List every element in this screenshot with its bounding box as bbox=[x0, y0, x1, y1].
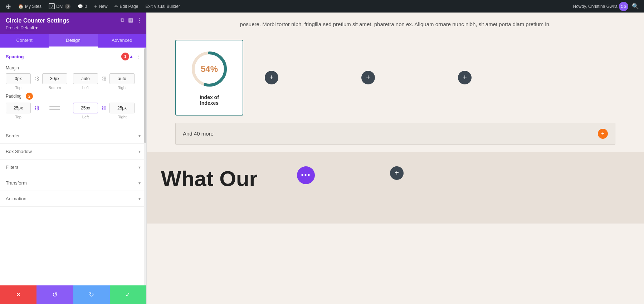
padding-badge: 2 bbox=[26, 93, 33, 100]
filters-section-header[interactable]: Filters ▾ bbox=[0, 160, 146, 175]
border-chevron-icon: ▾ bbox=[138, 133, 141, 138]
redo-icon: ↻ bbox=[89, 291, 94, 299]
edit-page-label: Edit Page bbox=[119, 4, 138, 9]
padding-handle-label bbox=[42, 115, 67, 119]
admin-bar: ⊕ 🏠 My Sites D Divi 0 💬 0 + New ✏ Edit P… bbox=[0, 0, 644, 13]
panel-icons: ⧉ ▦ ⋮ bbox=[121, 17, 142, 23]
margin-bottom-input[interactable] bbox=[42, 73, 67, 84]
page-content-area: posuere. Morbi tortor nibh, fringilla se… bbox=[147, 13, 644, 304]
copy-button[interactable]: ⧉ bbox=[121, 17, 125, 23]
padding-link-icon[interactable]: ⛓ bbox=[32, 103, 41, 113]
my-sites-item[interactable]: 🏠 My Sites bbox=[15, 0, 44, 13]
spacing-badge: 1 bbox=[121, 53, 129, 60]
padding-right-label: Right bbox=[109, 115, 135, 119]
padding-sublabels: Top Left Right bbox=[6, 115, 141, 119]
page-content: posuere. Morbi tortor nibh, fringilla se… bbox=[147, 13, 644, 145]
padding-top-input[interactable] bbox=[6, 103, 31, 113]
dots-menu-button[interactable]: ••• bbox=[297, 166, 315, 184]
add-column-button-1[interactable]: + bbox=[265, 71, 278, 84]
panel-content: Spacing 1 ▲ ⋮ Margin ⛓ ⛓ bbox=[0, 48, 146, 285]
new-label: New bbox=[99, 4, 107, 9]
tab-content-label: Content bbox=[16, 38, 33, 43]
margin-left-input[interactable] bbox=[73, 73, 98, 84]
bottom-section: What Our ••• + bbox=[147, 152, 644, 224]
spacing-title: Spacing bbox=[6, 54, 119, 59]
circle-container: 54% bbox=[190, 49, 229, 89]
layout-button[interactable]: ▦ bbox=[128, 17, 133, 23]
padding-top-label: Top bbox=[6, 115, 31, 119]
search-icon[interactable]: 🔍 bbox=[630, 3, 641, 10]
panel-preset[interactable]: Preset: Default ▾ bbox=[6, 25, 141, 30]
redo-button[interactable]: ↻ bbox=[73, 285, 110, 304]
margin-row: ⛓ ⛓ bbox=[6, 73, 141, 84]
padding-link-icon-2[interactable]: ⛓ bbox=[99, 103, 108, 113]
counter-percentage: 54% bbox=[201, 64, 218, 74]
add-section-button[interactable]: + bbox=[390, 166, 404, 180]
wp-logo-item[interactable]: ⊕ bbox=[3, 0, 14, 13]
tab-advanced[interactable]: Advanced bbox=[98, 34, 146, 48]
exit-vb-item[interactable]: Exit Visual Builder bbox=[142, 0, 183, 13]
undo-button[interactable]: ↺ bbox=[36, 285, 73, 304]
edit-page-item[interactable]: ✏ Edit Page bbox=[112, 0, 141, 13]
pencil-icon: ✏ bbox=[114, 4, 118, 9]
margin-link-icon[interactable]: ⛓ bbox=[32, 73, 41, 84]
animation-chevron-icon: ▾ bbox=[138, 196, 141, 201]
margin-left-label: Left bbox=[73, 85, 98, 90]
animation-section-header[interactable]: Animation ▾ bbox=[0, 191, 146, 206]
counter-row: 54% Index of Indexes + + + bbox=[161, 40, 630, 116]
transform-section-header[interactable]: Transform ▾ bbox=[0, 175, 146, 191]
comments-count: 0 bbox=[84, 4, 87, 9]
padding-label: Padding bbox=[6, 94, 21, 99]
filters-section: Filters ▾ bbox=[0, 160, 146, 175]
tab-design-label: Design bbox=[66, 38, 80, 43]
divi-item[interactable]: D Divi 0 bbox=[46, 0, 73, 13]
margin-top-input[interactable] bbox=[6, 73, 31, 84]
spacing-content: Margin ⛓ ⛓ Top Bottom bbox=[0, 65, 146, 128]
transform-section: Transform ▾ bbox=[0, 175, 146, 191]
avatar: CG bbox=[619, 2, 628, 11]
divi-count: 0 bbox=[65, 4, 70, 9]
settings-panel: Circle Counter Settings Preset: Default … bbox=[0, 13, 147, 304]
action-bar: ✕ ↺ ↻ ✓ bbox=[0, 285, 146, 304]
comment-icon: 💬 bbox=[78, 4, 83, 9]
transform-chevron-icon: ▾ bbox=[138, 181, 141, 186]
box-shadow-section: Box Shadow ▾ bbox=[0, 144, 146, 160]
new-item[interactable]: + New bbox=[91, 0, 110, 13]
box-shadow-chevron-icon: ▾ bbox=[138, 149, 141, 154]
more-text: And 40 more bbox=[183, 131, 214, 137]
exit-vb-label: Exit Visual Builder bbox=[145, 4, 180, 9]
save-button[interactable]: ✓ bbox=[110, 285, 146, 304]
spacing-collapse-icon[interactable]: ▲ bbox=[129, 54, 133, 59]
howdy-text: Howdy, Christina Gwira bbox=[573, 4, 618, 9]
margin-right-input[interactable] bbox=[109, 73, 135, 84]
add-column-button-2[interactable]: + bbox=[361, 71, 375, 84]
filters-chevron-icon: ▾ bbox=[138, 165, 141, 170]
more-add-button[interactable]: + bbox=[598, 129, 608, 139]
border-section-header[interactable]: Border ▾ bbox=[0, 128, 146, 143]
padding-right-input[interactable] bbox=[109, 103, 135, 113]
more-banner: And 40 more + bbox=[175, 123, 615, 145]
border-title: Border bbox=[6, 133, 138, 138]
padding-left-input[interactable] bbox=[73, 103, 98, 113]
animation-title: Animation bbox=[6, 196, 138, 201]
tab-design[interactable]: Design bbox=[49, 34, 97, 48]
margin-bottom-label: Bottom bbox=[42, 85, 67, 90]
cancel-button[interactable]: ✕ bbox=[0, 285, 36, 304]
margin-link-icon-2[interactable]: ⛓ bbox=[99, 73, 108, 84]
scroll-thumb[interactable] bbox=[144, 48, 146, 143]
intro-text: posuere. Morbi tortor nibh, fringilla se… bbox=[234, 20, 556, 29]
tab-content[interactable]: Content bbox=[0, 34, 49, 48]
padding-left-label: Left bbox=[73, 115, 98, 119]
margin-label: Margin bbox=[6, 65, 141, 70]
box-shadow-title: Box Shadow bbox=[6, 149, 138, 154]
comments-item[interactable]: 💬 0 bbox=[75, 0, 90, 13]
circle-counter-card: 54% Index of Indexes bbox=[175, 40, 243, 116]
home-icon: 🏠 bbox=[18, 4, 24, 9]
spacing-section-header[interactable]: Spacing 1 ▲ ⋮ bbox=[0, 48, 146, 65]
admin-bar-right: Howdy, Christina Gwira CG 🔍 bbox=[573, 2, 641, 11]
divi-label: Divi bbox=[56, 4, 63, 9]
add-column-button-3[interactable]: + bbox=[458, 71, 472, 84]
spacing-section-dots[interactable]: ⋮ bbox=[136, 54, 141, 59]
more-options-button[interactable]: ⋮ bbox=[137, 17, 142, 23]
box-shadow-section-header[interactable]: Box Shadow ▾ bbox=[0, 144, 146, 159]
